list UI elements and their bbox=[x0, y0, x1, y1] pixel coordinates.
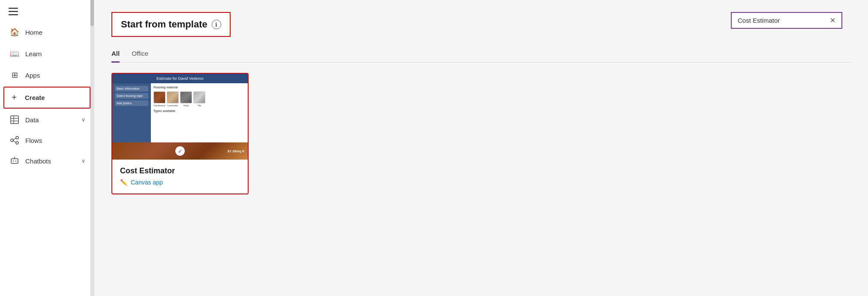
sidebar: 🏠 Home 📖 Learn ⊞ Apps + Create Data ∨ bbox=[0, 0, 94, 296]
flooring-label: Flooring material bbox=[153, 86, 245, 89]
material-vinyl: Vinyl bbox=[180, 91, 192, 107]
section-header: Start from template ℹ bbox=[111, 12, 231, 37]
svg-line-10 bbox=[13, 138, 16, 140]
checkmark-circle: ✓ bbox=[175, 146, 185, 156]
sidebar-item-label: Chatbots bbox=[25, 157, 51, 165]
svg-rect-2 bbox=[9, 14, 18, 15]
template-card-body: Cost Estimator ✏️ Canvas app bbox=[112, 160, 248, 193]
app-sidebar-photos: Add photos bbox=[115, 100, 148, 106]
app-sidebar-flooring: Select flooring style bbox=[115, 93, 148, 99]
pencil-icon: ✏️ bbox=[120, 179, 127, 186]
material-laminate: Laminate bbox=[167, 91, 179, 107]
sidebar-item-home[interactable]: 🏠 Home bbox=[0, 21, 94, 43]
template-type-label: Canvas app bbox=[131, 179, 163, 186]
book-icon: 📖 bbox=[10, 49, 19, 58]
sidebar-item-label: Flows bbox=[25, 137, 42, 144]
svg-rect-0 bbox=[9, 8, 18, 9]
search-clear-button[interactable]: ✕ bbox=[830, 16, 835, 24]
sidebar-item-chatbots[interactable]: Chatbots ∨ bbox=[0, 151, 94, 171]
price-badge: $7.39/sq ft bbox=[228, 149, 244, 153]
sidebar-item-flows[interactable]: Flows bbox=[0, 130, 94, 151]
template-card-image: Estimate for David Veskovo Basic informa… bbox=[112, 74, 248, 160]
tabs-bar: All Office bbox=[111, 46, 851, 63]
app-preview: Estimate for David Veskovo Basic informa… bbox=[112, 74, 248, 160]
types-label: Types available bbox=[153, 109, 245, 112]
chevron-down-icon: ∨ bbox=[81, 117, 85, 123]
apps-icon: ⊞ bbox=[10, 70, 19, 80]
search-box: ✕ bbox=[731, 12, 842, 29]
material-tile: Tile bbox=[193, 91, 205, 107]
template-type: ✏️ Canvas app bbox=[120, 179, 240, 186]
sidebar-scrollbar[interactable] bbox=[90, 0, 94, 296]
app-preview-content: Flooring material Hardwood Laminate bbox=[151, 83, 248, 142]
sidebar-scrollbar-thumb[interactable] bbox=[90, 0, 94, 26]
chevron-down-icon: ∨ bbox=[81, 158, 85, 164]
template-name: Cost Estimator bbox=[120, 166, 240, 175]
tab-office[interactable]: Office bbox=[132, 46, 148, 63]
home-icon: 🏠 bbox=[10, 27, 19, 37]
sidebar-item-apps[interactable]: ⊞ Apps bbox=[0, 64, 94, 86]
svg-rect-3 bbox=[11, 116, 18, 124]
sidebar-item-label: Data bbox=[25, 116, 39, 124]
main-content: ✕ Start from template ℹ All Office bbox=[94, 0, 868, 296]
app-sidebar-basic: Basic information bbox=[115, 86, 148, 91]
sidebar-item-label: Create bbox=[25, 94, 45, 101]
sidebar-item-data[interactable]: Data ∨ bbox=[0, 109, 94, 130]
svg-point-13 bbox=[13, 160, 14, 161]
main-inner: Start from template ℹ All Office Estimat… bbox=[94, 0, 868, 296]
material-hardwood: Hardwood bbox=[153, 91, 165, 107]
svg-point-8 bbox=[16, 136, 18, 139]
app-preview-header: Estimate for David Veskovo bbox=[112, 74, 248, 83]
sidebar-item-label: Apps bbox=[25, 72, 40, 79]
search-box-container: ✕ bbox=[731, 12, 842, 29]
chatbot-icon bbox=[10, 157, 19, 165]
tab-all[interactable]: All bbox=[111, 46, 120, 63]
plus-icon: + bbox=[9, 93, 19, 103]
svg-rect-12 bbox=[11, 159, 18, 163]
app-preview-body: Basic information Select flooring style … bbox=[112, 83, 248, 142]
svg-point-16 bbox=[14, 157, 15, 158]
hamburger-button[interactable] bbox=[0, 0, 94, 21]
sidebar-item-label: Home bbox=[25, 29, 42, 36]
svg-line-11 bbox=[13, 141, 16, 142]
flows-icon bbox=[10, 136, 19, 145]
sidebar-item-learn[interactable]: 📖 Learn bbox=[0, 43, 94, 64]
info-icon[interactable]: ℹ bbox=[212, 20, 221, 29]
svg-point-7 bbox=[11, 139, 13, 142]
app-preview-sidebar: Basic information Select flooring style … bbox=[112, 83, 151, 142]
bottom-image-strip: ✓ $7.39/sq ft bbox=[112, 142, 248, 160]
section-title: Start from template bbox=[121, 19, 207, 30]
search-input[interactable] bbox=[738, 17, 826, 24]
sidebar-item-create[interactable]: + Create bbox=[3, 87, 90, 109]
sidebar-item-label: Learn bbox=[25, 50, 42, 57]
template-card-cost-estimator[interactable]: Estimate for David Veskovo Basic informa… bbox=[111, 73, 249, 194]
svg-point-9 bbox=[16, 142, 18, 144]
svg-point-14 bbox=[15, 160, 16, 161]
flooring-materials: Hardwood Laminate Vinyl bbox=[153, 91, 245, 107]
table-icon bbox=[10, 115, 19, 124]
svg-rect-1 bbox=[9, 11, 18, 12]
